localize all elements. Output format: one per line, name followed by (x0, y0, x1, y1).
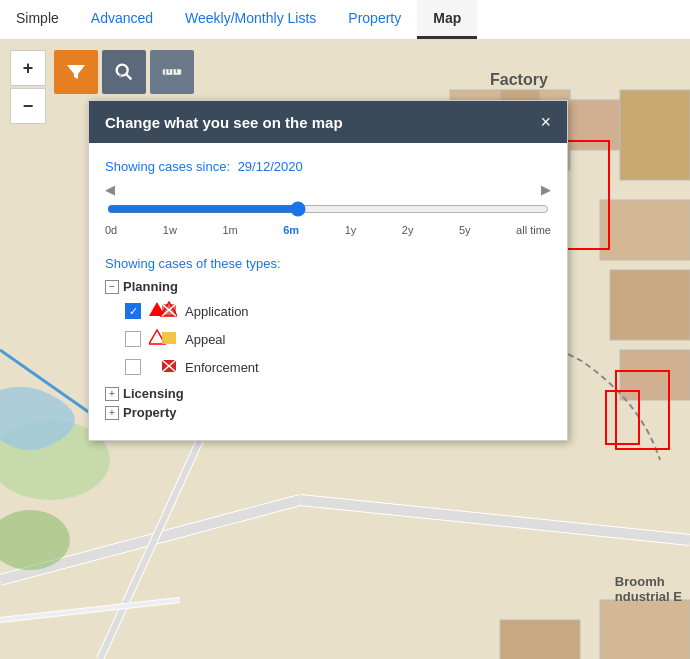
planning-toggle[interactable]: − (105, 280, 119, 294)
filter-icon (64, 60, 88, 84)
property-label: Property (123, 405, 176, 420)
enforcement-svg-icon (149, 356, 177, 378)
date-label: Showing cases since: 29/12/2020 (105, 159, 551, 174)
slider-label-1y: 1y (345, 224, 357, 236)
appeal-row: Appeal (125, 328, 551, 350)
slider-label-1w: 1w (163, 224, 177, 236)
svg-rect-14 (610, 270, 690, 340)
application-icon (149, 300, 177, 322)
licensing-label: Licensing (123, 386, 184, 401)
appeal-icon (149, 328, 177, 350)
nav-map[interactable]: Map (417, 0, 477, 39)
date-prefix: Showing cases since: (105, 159, 230, 174)
svg-line-23 (126, 74, 131, 79)
slider-right-arrow[interactable]: ▶ (541, 182, 551, 197)
cases-section: Showing cases of these types: − Planning (105, 256, 551, 420)
svg-rect-16 (600, 600, 690, 659)
map-red-rect-3 (605, 390, 640, 445)
slider-label-1m: 1m (222, 224, 237, 236)
date-slider[interactable] (107, 201, 549, 217)
svg-rect-17 (500, 620, 580, 659)
application-checkbox[interactable] (125, 303, 141, 319)
nav-property[interactable]: Property (332, 0, 417, 39)
date-value: 29/12/2020 (238, 159, 303, 174)
application-row: Application (125, 300, 551, 322)
licensing-toggle[interactable]: + (105, 387, 119, 401)
broomhill-label: Broomh ndustrial E (615, 574, 682, 604)
industrial-text: ndustrial E (615, 589, 682, 604)
cases-title: Showing cases of these types: (105, 256, 551, 271)
map-search-button[interactable] (102, 50, 146, 94)
nav-simple[interactable]: Simple (0, 0, 75, 39)
slider-left-arrow[interactable]: ◀ (105, 182, 115, 197)
planning-group-row[interactable]: − Planning (105, 279, 551, 294)
navigation-bar: Simple Advanced Weekly/Monthly Lists Pro… (0, 0, 690, 40)
date-section: Showing cases since: 29/12/2020 ◀ ▶ 0d 1… (105, 159, 551, 236)
dialog-title: Change what you see on the map (105, 114, 343, 131)
zoom-in-button[interactable]: + (10, 50, 46, 86)
enforcement-label: Enforcement (185, 360, 259, 375)
search-icon (113, 61, 135, 83)
slider-label-5y: 5y (459, 224, 471, 236)
map-toolbar (54, 50, 194, 94)
planning-label: Planning (123, 279, 178, 294)
appeal-checkbox[interactable] (125, 331, 141, 347)
application-label: Application (185, 304, 249, 319)
filter-button[interactable] (54, 50, 98, 94)
zoom-out-button[interactable]: − (10, 88, 46, 124)
broomhill-text: Broomh (615, 574, 682, 589)
enforcement-icon (149, 356, 177, 378)
svg-rect-12 (620, 90, 690, 180)
property-group-row[interactable]: + Property (105, 405, 551, 420)
enforcement-row: Enforcement (125, 356, 551, 378)
slider-container (107, 201, 549, 220)
change-map-dialog: Change what you see on the map × Showing… (88, 100, 568, 441)
slider-arrows: ◀ ▶ (105, 182, 551, 197)
appeal-svg-icon (149, 328, 177, 350)
nav-advanced[interactable]: Advanced (75, 0, 169, 39)
slider-labels: 0d 1w 1m 6m 1y 2y 5y all time (105, 224, 551, 236)
nav-weekly-monthly[interactable]: Weekly/Monthly Lists (169, 0, 332, 39)
map-container: Factory + − (0, 40, 690, 659)
slider-label-0d: 0d (105, 224, 117, 236)
licensing-group-row[interactable]: + Licensing (105, 386, 551, 401)
map-controls: + − (10, 50, 46, 124)
slider-label-all-time: all time (516, 224, 551, 236)
dialog-close-button[interactable]: × (540, 113, 551, 131)
property-toggle[interactable]: + (105, 406, 119, 420)
application-svg-icon (149, 300, 177, 322)
svg-point-22 (117, 65, 128, 76)
measure-icon (161, 61, 183, 83)
svg-rect-13 (600, 200, 690, 260)
dialog-body: Showing cases since: 29/12/2020 ◀ ▶ 0d 1… (89, 143, 567, 440)
svg-text:Factory: Factory (490, 71, 548, 88)
dialog-header: Change what you see on the map × (89, 101, 567, 143)
appeal-label: Appeal (185, 332, 225, 347)
measure-button[interactable] (150, 50, 194, 94)
svg-rect-36 (162, 332, 176, 344)
slider-label-2y: 2y (402, 224, 414, 236)
slider-label-6m: 6m (283, 224, 299, 236)
enforcement-checkbox[interactable] (125, 359, 141, 375)
